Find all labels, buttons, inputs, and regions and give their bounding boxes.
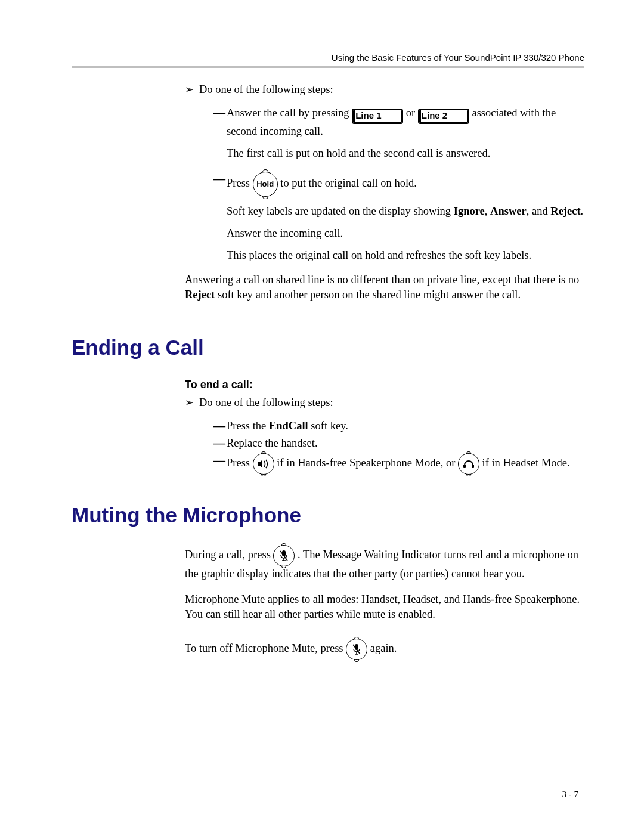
heading-ending-call: Ending a Call (72, 336, 584, 360)
dash-icon: — (213, 106, 227, 139)
softkey-update: Soft key labels are updated on the displ… (227, 204, 584, 219)
answer-prefix: Answer the call by pressing (227, 107, 352, 119)
heading-muting: Muting the Microphone (72, 503, 584, 527)
mute-icon (346, 639, 367, 660)
dash-icon: — (213, 436, 227, 451)
page-header: Using the Basic Features of Your SoundPo… (72, 52, 584, 63)
speakerphone-icon (253, 453, 274, 475)
opt3-suffix: if in Headset Mode. (482, 457, 570, 469)
muting-p3-prefix: To turn off Microphone Mute, press (185, 642, 346, 654)
line1-key-icon: Line 1 (352, 109, 403, 124)
dash-icon: — (213, 453, 227, 475)
hold-suffix: to put the original call on hold. (280, 177, 417, 189)
step-row: ➢ Do one of the following steps: (185, 395, 584, 410)
option-text: Replace the handset. (227, 436, 584, 451)
and-word: , and (527, 205, 551, 217)
muting-p3: To turn off Microphone Mute, press again… (185, 639, 584, 660)
option-row: — Answer the call by pressing Line 1 or … (213, 106, 584, 139)
softkey-prefix: Soft key labels are updated on the displ… (227, 205, 454, 217)
comma: , (485, 205, 490, 217)
shared-line-p1: Answering a call on shared line is no di… (185, 274, 579, 286)
option-text: Answer the call by pressing Line 1 or Li… (227, 106, 584, 139)
option-row: — Replace the handset. (213, 436, 584, 451)
first-call-hold: The first call is put on hold and the se… (227, 146, 584, 161)
muting-p1: During a call, press . The Message Waiti… (185, 545, 584, 581)
shared-line-note: Answering a call on shared line is no di… (185, 272, 584, 302)
line2-key-icon: Line 2 (418, 109, 469, 124)
reject-label-2: Reject (185, 289, 215, 301)
dash-icon: — (213, 419, 227, 433)
chevron-icon: ➢ (185, 82, 199, 97)
press-word: Press (227, 177, 253, 189)
or-word: or (406, 107, 418, 119)
headset-icon (458, 453, 479, 475)
muting-p1-prefix: During a call, press (185, 549, 273, 561)
dash-icon: — (213, 172, 227, 197)
step-intro: Do one of the following steps: (199, 395, 584, 410)
places-hold: This places the original call on hold an… (227, 248, 584, 263)
subhead-end-call: To end a call: (185, 377, 584, 392)
option-text: Press if in Hands-free Speakerphone Mode… (227, 453, 584, 475)
opt1-suffix: soft key. (308, 420, 348, 432)
muting-p2: Microphone Mute applies to all modes: Ha… (185, 592, 584, 622)
step-row: ➢ Do one of the following steps: (185, 82, 584, 97)
option-text: Press the EndCall soft key. (227, 419, 584, 433)
answer-incoming: Answer the incoming call. (227, 226, 584, 241)
muting-p3-suffix: again. (370, 642, 397, 654)
svg-rect-0 (463, 465, 466, 468)
page-number: 3 - 7 (562, 789, 579, 800)
ignore-label: Ignore (454, 205, 485, 217)
reject-label: Reject (550, 205, 580, 217)
answer-label: Answer (490, 205, 527, 217)
option-row: — Press Hold to put the original call on… (213, 172, 584, 197)
svg-rect-1 (472, 465, 474, 468)
period: . (581, 205, 584, 217)
chevron-icon: ➢ (185, 395, 199, 410)
endcall-label: EndCall (269, 420, 308, 432)
shared-line-p2: soft key and another person on the share… (215, 289, 521, 301)
option-text: Press Hold to put the original call on h… (227, 172, 584, 197)
opt3-prefix: Press (227, 457, 253, 469)
step-intro: Do one of the following steps: (199, 82, 584, 97)
opt1-prefix: Press the (227, 420, 269, 432)
hold-button-icon: Hold (253, 172, 278, 197)
option-row: — Press if in Hands-free Speakerphone Mo… (213, 453, 584, 475)
mute-icon (273, 545, 295, 566)
opt3-mid: if in Hands-free Speakerphone Mode, or (277, 457, 458, 469)
option-row: — Press the EndCall soft key. (213, 419, 584, 433)
header-rule (72, 66, 584, 68)
